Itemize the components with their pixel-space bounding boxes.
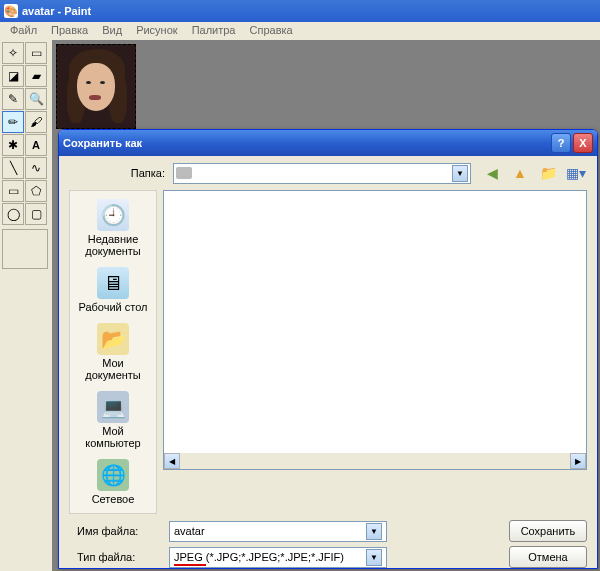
place-documents[interactable]: 📂 Мои документы: [72, 319, 154, 385]
dialog-help-button[interactable]: ?: [551, 133, 571, 153]
chevron-down-icon[interactable]: ▼: [366, 523, 382, 540]
tool-fill[interactable]: ▰: [25, 65, 47, 87]
save-button[interactable]: Сохранить: [509, 520, 587, 542]
save-as-dialog: Сохранить как ? X Папка: ▼ ◀ ▲ 📁 ▦▾ 🕘: [58, 129, 598, 569]
scroll-track[interactable]: [180, 453, 570, 469]
nav-back-icon[interactable]: ◀: [481, 162, 503, 184]
menu-edit[interactable]: Правка: [45, 23, 94, 39]
tool-polygon[interactable]: ⬠: [25, 180, 47, 202]
toolbox: ✧ ▭ ◪ ▰ ✎ 🔍 ✏ 🖌 ✱ A ╲ ∿ ▭ ⬠ ◯ ▢: [0, 40, 52, 571]
place-computer[interactable]: 💻 Мой компьютер: [72, 387, 154, 453]
scroll-left-icon[interactable]: ◀: [164, 453, 180, 469]
file-list[interactable]: ◀ ▶: [163, 190, 587, 470]
place-desktop-label: Рабочий стол: [74, 301, 152, 313]
filetype-label: Тип файла:: [69, 551, 169, 563]
documents-icon: 📂: [97, 323, 129, 355]
tool-pencil[interactable]: ✏: [2, 111, 24, 133]
menu-image[interactable]: Рисунок: [130, 23, 184, 39]
cancel-button[interactable]: Отмена: [509, 546, 587, 568]
place-computer-label: Мой компьютер: [74, 425, 152, 449]
desktop-icon: 🖥: [97, 267, 129, 299]
dialog-titlebar[interactable]: Сохранить как ? X: [59, 130, 597, 156]
place-recent[interactable]: 🕘 Недавние документы: [72, 195, 154, 261]
tool-options: [2, 229, 48, 269]
place-network-label: Сетевое: [74, 493, 152, 505]
paint-titlebar: 🎨 avatar - Paint: [0, 0, 600, 22]
filetype-dropdown[interactable]: JPEG (*.JPG;*.JPEG;*.JPE;*.JFIF) ▼: [169, 547, 387, 568]
paint-menubar: Файл Правка Вид Рисунок Палитра Справка: [0, 22, 600, 40]
place-desktop[interactable]: 🖥 Рабочий стол: [72, 263, 154, 317]
tool-ellipse[interactable]: ◯: [2, 203, 24, 225]
folder-dropdown[interactable]: ▼: [173, 163, 471, 184]
paint-app-icon: 🎨: [4, 4, 18, 18]
dialog-close-button[interactable]: X: [573, 133, 593, 153]
filename-label: Имя файла:: [69, 525, 169, 537]
place-recent-label: Недавние документы: [74, 233, 152, 257]
dialog-title: Сохранить как: [63, 137, 142, 149]
scroll-right-icon[interactable]: ▶: [570, 453, 586, 469]
nav-newfolder-icon[interactable]: 📁: [537, 162, 559, 184]
tool-brush[interactable]: 🖌: [25, 111, 47, 133]
tool-text[interactable]: A: [25, 134, 47, 156]
folder-label: Папка:: [69, 167, 173, 179]
tool-zoom[interactable]: 🔍: [25, 88, 47, 110]
tool-curve[interactable]: ∿: [25, 157, 47, 179]
network-icon: 🌐: [97, 459, 129, 491]
tool-roundrect[interactable]: ▢: [25, 203, 47, 225]
horizontal-scrollbar[interactable]: ◀ ▶: [164, 453, 586, 469]
tool-rect-select[interactable]: ▭: [25, 42, 47, 64]
menu-palette[interactable]: Палитра: [186, 23, 242, 39]
menu-help[interactable]: Справка: [244, 23, 299, 39]
nav-up-icon[interactable]: ▲: [509, 162, 531, 184]
filename-value: avatar: [174, 525, 205, 537]
tool-rect[interactable]: ▭: [2, 180, 24, 202]
tool-picker[interactable]: ✎: [2, 88, 24, 110]
tool-eraser[interactable]: ◪: [2, 65, 24, 87]
place-documents-label: Мои документы: [74, 357, 152, 381]
chevron-down-icon[interactable]: ▼: [452, 165, 468, 182]
place-network[interactable]: 🌐 Сетевое: [72, 455, 154, 509]
menu-view[interactable]: Вид: [96, 23, 128, 39]
avatar-image[interactable]: [56, 44, 136, 129]
filetype-value: JPEG (*.JPG;*.JPEG;*.JPE;*.JFIF): [174, 551, 344, 563]
disk-icon: [176, 167, 192, 179]
chevron-down-icon[interactable]: ▼: [366, 549, 382, 566]
tool-freeform-select[interactable]: ✧: [2, 42, 24, 64]
computer-icon: 💻: [97, 391, 129, 423]
tool-line[interactable]: ╲: [2, 157, 24, 179]
menu-file[interactable]: Файл: [4, 23, 43, 39]
places-bar: 🕘 Недавние документы 🖥 Рабочий стол 📂 Мо…: [69, 190, 157, 514]
tool-spray[interactable]: ✱: [2, 134, 24, 156]
recent-icon: 🕘: [97, 199, 129, 231]
nav-views-icon[interactable]: ▦▾: [565, 162, 587, 184]
filename-input[interactable]: avatar ▼: [169, 521, 387, 542]
paint-title: avatar - Paint: [22, 5, 91, 17]
